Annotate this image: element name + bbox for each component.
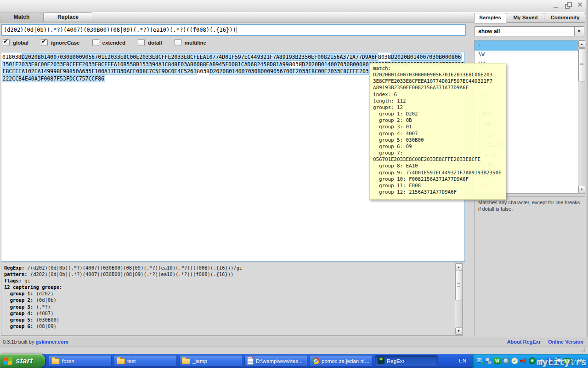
sample-item[interactable]: . [475,40,578,51]
plain-text: 8038 [197,68,209,75]
resize-grip[interactable] [580,347,585,352]
checkbox-multiline[interactable] [175,39,181,46]
taskbar-button[interactable]: RegExr [375,355,438,367]
samples-scroll-thumb[interactable] [578,48,585,81]
tab-samples[interactable]: Samples [474,13,506,23]
webcam-icon[interactable] [528,357,536,365]
horn-icon[interactable] [520,357,527,365]
titlebar [0,0,588,12]
tooltip-line: group 11: F008 [373,183,505,189]
taskbar-button-label: fcssn [62,358,74,364]
samples-filter-dropdown[interactable]: show all [474,26,584,36]
regexr-icon [378,357,384,364]
details-value: gi [22,278,30,283]
mail-icon[interactable] [476,357,484,365]
flag-dotall[interactable]: dotall [138,39,162,46]
about-regexr-link[interactable]: About RegExr [507,339,541,345]
details-value: /(d202)(0d|0b)(.*?)(4007)(030B00)(08|09)… [24,265,242,270]
details-line: group 6: (08|09) [4,323,452,329]
regex-input[interactable]: (d202)(0d|0b)(.*?)(4007)(030B00)(08|09)(… [1,24,466,36]
taskbar-buttons: fcssntest_tempD:\wamp\www\tes...pomoc za… [49,355,438,367]
tab-match[interactable]: Match [0,12,44,22]
details-label: group 5: [4,317,33,322]
details-label: flags: [4,278,22,283]
details-label: RegExp: [4,265,24,270]
folder-icon [117,358,125,364]
minimize-icon[interactable] [552,3,560,9]
samples-scrollbar[interactable] [578,40,585,194]
taskbar-button-label: test [127,358,136,364]
flag-global[interactable]: global [3,39,28,46]
regexr-window: Match Replace Samples My Saved Community… [0,0,588,368]
plain-text: 8038 [289,61,302,68]
checkbox-ignoreCase-checked[interactable] [41,39,48,46]
flag-extended[interactable]: extended [92,39,126,46]
tooltip-line: group 5: 030B00 [373,137,505,144]
badge-check-icon[interactable] [511,357,519,365]
match-highlight: 1501E2033E8C00E2033E8CFFE2033E8CFEEA10B5… [2,61,289,68]
details-line: RegExp: /(d202)(0d|0b)(.*?)(4007)(030B00… [4,264,452,271]
plain-text: 018038 [2,54,22,60]
details-value: (08|09) [33,323,57,329]
taskbar-button[interactable]: fcssn [49,355,112,367]
tooltip-line: group 7: [373,150,505,156]
flag-label: ignoreCase [51,40,80,46]
close-icon[interactable] [576,3,583,9]
details-value: (030B00) [33,317,59,322]
checkbox-global-checked[interactable] [3,39,10,46]
details-line: group 3: (.*?) [4,304,452,310]
wamp-icon[interactable] [493,357,501,365]
start-button[interactable]: start [0,354,45,368]
details-scroll-thumb[interactable] [455,270,462,300]
flag-label: multiline [185,40,206,46]
scroll-down-icon[interactable] [455,328,462,335]
details-scrollbar[interactable] [455,263,463,335]
checkbox-dotall[interactable] [138,39,145,46]
start-label: start [16,356,33,366]
flag-ignoreCase[interactable]: ignoreCase [41,39,80,46]
taskbar-button-label: pomoc za jedan niz... [322,358,370,364]
taskbar-button-label: D:\wamp\www\tes... [256,358,303,364]
globe-icon[interactable] [502,357,510,365]
source-line: 018038D2020B014007030B0009056701E2033E8C… [2,54,464,61]
window-controls [552,3,583,9]
folder-icon [51,358,60,364]
notepad-icon [247,357,254,365]
sample-description: Matches any character, except for line b… [474,196,585,336]
scroll-down-icon[interactable] [578,186,585,193]
tab-community[interactable]: Community [545,13,585,23]
tab-my-saved[interactable]: My Saved [507,13,544,23]
network-icon[interactable] [485,357,492,365]
checkbox-extended[interactable] [92,39,99,46]
regexp-details-panel: RegExp: /(d202)(0d|0b)(.*?)(4007)(030B00… [1,263,463,336]
details-value: (0d|0b) [33,297,57,303]
chevron-down-icon[interactable] [574,27,584,36]
windows-logo-icon [4,357,12,365]
tooltip-line: group 8: EA10 [373,163,505,169]
flag-label: extended [102,40,126,46]
gskinner-link[interactable]: gskinner.com [36,339,68,345]
taskbar-button[interactable]: test [114,355,177,367]
details-value: (d202) [33,291,53,296]
scroll-up-icon[interactable] [578,40,585,48]
language-indicator[interactable]: EN [456,355,469,367]
sample-item[interactable]: \w [475,51,578,61]
match-highlight: 222CCB4E40A3F0087F53FDCC757CCF86 [2,75,105,82]
details-value: (4007) [33,310,53,316]
restore-icon[interactable] [564,3,571,9]
tooltip-line: groups: 12 [373,104,505,111]
tooltip-line: D2020B014007030B0009056701E2033E8C00E203 [373,72,505,78]
chrome-icon [312,357,319,364]
taskbar-button[interactable]: D:\wamp\www\tes... [244,355,307,367]
taskbar-button[interactable]: pomoc za jedan niz... [310,355,373,367]
online-version-link[interactable]: Online Version [548,339,583,345]
watermark: mycity.rs [537,357,587,367]
taskbar-button[interactable]: _temp [179,355,242,367]
tab-replace[interactable]: Replace [44,12,92,22]
taskbar: start fcssntest_tempD:\wamp\www\tes...po… [0,354,588,368]
regexp-details-text: RegExp: /(d202)(0d|0b)(.*?)(4007)(030B00… [4,264,452,334]
flag-multiline[interactable]: multiline [175,39,206,46]
taskbar-button-label: RegExr [387,358,404,364]
tooltip-line: group 1: D202 [373,111,505,117]
details-line: flags: gi [4,277,452,284]
